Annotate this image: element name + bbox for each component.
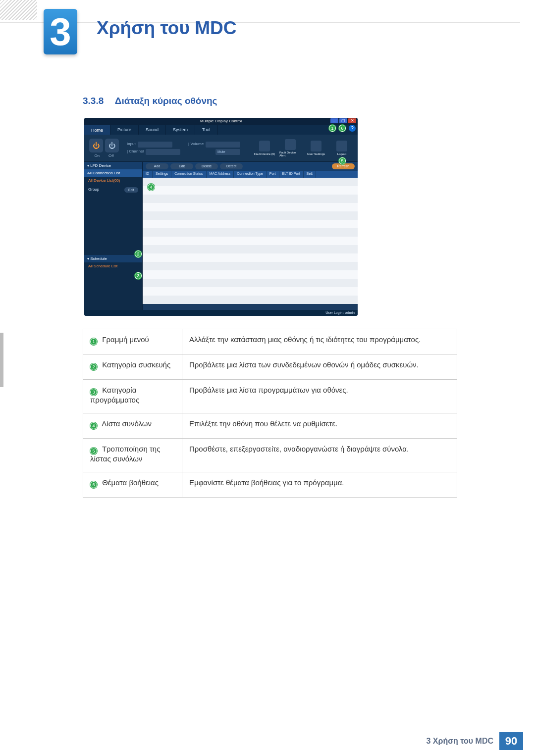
section-heading: 3.3.8 Διάταξη κύριας οθόνης	[83, 96, 217, 106]
legend-4-desc: Επιλέξτε την οθόνη που θέλετε να ρυθμίσε…	[182, 413, 457, 439]
status-bar: User Login : admin	[84, 310, 358, 316]
mdc-screenshot: Multiple Display Control – ▢ ✕ Home Pict…	[84, 118, 358, 316]
fault-device-shortcut[interactable]: Fault Device (0)	[254, 141, 275, 155]
decor-stripe	[0, 0, 37, 20]
top-divider	[0, 22, 520, 23]
table-row: 5 Τροποποίηση της λίστας συνόλων Προσθέσ…	[83, 439, 457, 472]
sidebar: ▾ LFD Device All Connection List All Dev…	[84, 162, 143, 310]
chapter-title: Χρήση του MDC	[97, 18, 237, 39]
callout-4: 4	[148, 184, 155, 191]
help-icon[interactable]: ?	[349, 125, 356, 132]
table-row: 1 Γραμμή μενού Αλλάξτε την κατάσταση μια…	[83, 329, 457, 354]
user-settings-label: User Settings	[307, 152, 325, 155]
power-on-label: On	[94, 153, 100, 158]
logout-shortcut[interactable]: Logout	[331, 141, 353, 155]
fault-device-label: Fault Device (0)	[254, 152, 275, 155]
sidebar-group-edit[interactable]: Edit	[124, 187, 138, 193]
callout-1-inline: 1	[329, 125, 336, 132]
sidebar-lfd-header[interactable]: ▾ LFD Device	[84, 162, 142, 169]
sidebar-all-schedule[interactable]: All Schedule List	[84, 262, 142, 270]
page-number: 90	[499, 732, 523, 750]
badge-1: 1	[90, 338, 97, 345]
user-settings-icon	[311, 141, 321, 151]
volume-slider[interactable]	[206, 142, 240, 148]
col-port: Port	[267, 171, 279, 178]
legend-3-desc: Προβάλετε μια λίστα προγραμμάτων για οθό…	[182, 380, 457, 413]
alert-icon	[285, 139, 296, 150]
legend-5-label: Τροποποίηση της λίστας συνόλων	[90, 445, 160, 463]
badge-2: 2	[90, 363, 97, 370]
table-row: 6 Θέματα βοήθειας Εμφανίστε θέματα βοήθε…	[83, 472, 457, 498]
input-label: Input	[127, 142, 136, 148]
help-area: 1 6 ?	[329, 125, 356, 132]
badge-4: 4	[90, 422, 97, 429]
tab-picture[interactable]: Picture	[110, 125, 139, 135]
delete-button[interactable]: Delete	[195, 163, 218, 169]
window-buttons: – ▢ ✕	[330, 118, 356, 123]
power-off-label: Off	[108, 153, 114, 158]
section-title: Διάταξη κύριας οθόνης	[115, 96, 217, 106]
footer-text: 3 Χρήση του MDC	[426, 737, 493, 746]
device-list-header: ID Settings Connection Status MAC Addres…	[143, 171, 358, 178]
list-actions: Add Edit Delete Detect Refresh	[143, 162, 358, 171]
logout-icon	[336, 141, 347, 151]
legend-4-label: Λίστα συνόλων	[102, 419, 152, 428]
fault-alert-shortcut[interactable]: Fault Device Alert	[279, 139, 301, 157]
window-titlebar: Multiple Display Control – ▢ ✕	[84, 118, 358, 125]
detect-button[interactable]: Detect	[220, 163, 243, 169]
add-button[interactable]: Add	[146, 163, 168, 169]
col-elt: ELT-ID Port	[279, 171, 304, 178]
legend-6-label: Θέματα βοήθειας	[102, 478, 159, 487]
volume-group: | Volume Mute	[188, 142, 240, 155]
tab-tool[interactable]: Tool	[195, 125, 218, 135]
user-settings-shortcut[interactable]: User Settings	[305, 141, 327, 155]
tab-sound[interactable]: Sound	[139, 125, 166, 135]
callout-2: 2	[135, 251, 142, 257]
fault-alert-label: Fault Device Alert	[279, 151, 301, 157]
callout-5: 5	[339, 157, 346, 164]
close-button[interactable]: ✕	[348, 118, 356, 123]
page-footer: 3 Χρήση του MDC 90	[426, 732, 523, 750]
input-group: Input | Channel	[127, 142, 180, 155]
table-row: 3 Κατηγορία προγράμματος Προβάλετε μια λ…	[83, 380, 457, 413]
tab-home[interactable]: Home	[84, 125, 110, 135]
legend-2-label: Κατηγορία συσκευής	[102, 360, 170, 369]
logout-label: Logout	[337, 152, 346, 155]
col-settings: Settings	[153, 171, 171, 178]
table-row: 2 Κατηγορία συσκευής Προβάλετε μια λίστα…	[83, 354, 457, 380]
chapter-number-badge: 3	[44, 9, 77, 54]
legend-5-desc: Προσθέστε, επεξεργαστείτε, αναδιοργανώστ…	[182, 439, 457, 472]
section-number: 3.3.8	[83, 96, 104, 106]
home-toolbar: ⏻ ⏻ On Off Input | Channel | Volume Mute…	[84, 135, 358, 162]
window-title: Multiple Display Control	[200, 119, 242, 123]
tab-system[interactable]: System	[166, 125, 195, 135]
badge-5: 5	[90, 448, 97, 454]
sidebar-all-device[interactable]: All Device List(00)	[84, 177, 142, 184]
sidebar-schedule-header[interactable]: ▾ Schedule	[84, 255, 142, 262]
power-off-icon[interactable]: ⏻	[105, 139, 119, 152]
callout-3: 3	[135, 272, 142, 279]
table-row: 4 Λίστα συνόλων Επιλέξτε την οθόνη που θ…	[83, 413, 457, 439]
maximize-button[interactable]: ▢	[339, 118, 347, 123]
legend-table: 1 Γραμμή μενού Αλλάξτε την κατάσταση μια…	[83, 329, 457, 498]
refresh-button[interactable]: Refresh	[332, 163, 355, 169]
legend-6-desc: Εμφανίστε θέματα βοήθειας για το πρόγραμ…	[182, 472, 457, 498]
minimize-button[interactable]: –	[330, 118, 338, 123]
left-margin-marker	[0, 333, 3, 387]
col-conn-status: Connection Status	[171, 171, 206, 178]
sidebar-group-label: Group	[88, 187, 99, 193]
legend-2-desc: Προβάλετε μια λίστα των συνδεδεμένων οθο…	[182, 354, 457, 380]
badge-6: 6	[90, 481, 97, 488]
edit-button[interactable]: Edit	[170, 163, 193, 169]
device-list-body	[143, 178, 358, 304]
callout-6-inline: 6	[339, 125, 346, 132]
input-dropdown[interactable]	[138, 142, 172, 148]
legend-1-label: Γραμμή μενού	[102, 335, 149, 344]
sidebar-all-connection[interactable]: All Connection List	[84, 169, 142, 177]
menu-bar: Home Picture Sound System Tool	[84, 125, 358, 135]
power-on-icon[interactable]: ⏻	[89, 139, 103, 152]
fault-device-icon	[259, 141, 270, 151]
mute-button[interactable]: Mute	[215, 149, 240, 155]
col-sett: Sett	[304, 171, 316, 178]
channel-stepper[interactable]	[146, 149, 180, 155]
